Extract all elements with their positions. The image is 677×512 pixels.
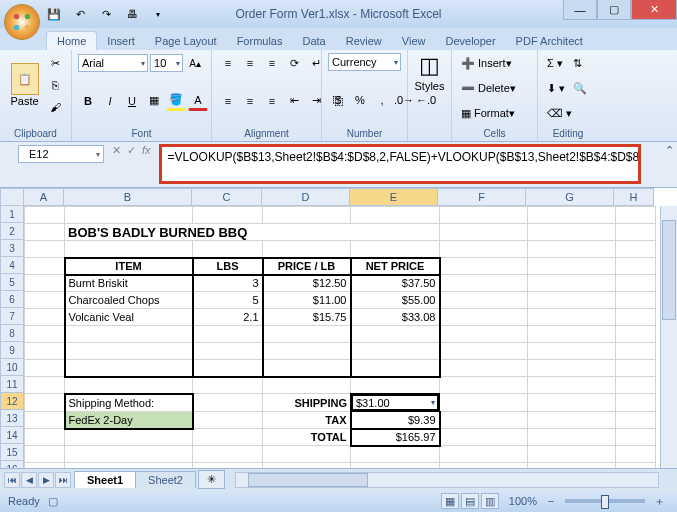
border-icon[interactable]: ▦	[144, 91, 164, 111]
spreadsheet-grid[interactable]: BOB'S BADLY BURNED BBQITEMLBSPRICE / LBN…	[24, 206, 656, 480]
decrease-indent-icon[interactable]: ⇤	[284, 91, 304, 111]
row-header-2[interactable]: 2	[0, 223, 24, 240]
grow-font-icon[interactable]: A▴	[185, 53, 205, 73]
column-header-C[interactable]: C	[192, 188, 262, 206]
format-cells-button[interactable]: ▦Format ▾	[458, 103, 518, 123]
qat-undo-icon[interactable]: ↶	[70, 6, 90, 22]
column-header-A[interactable]: A	[24, 188, 64, 206]
underline-button[interactable]: U	[122, 91, 142, 111]
normal-view-icon[interactable]: ▦	[441, 493, 459, 509]
row-header-4[interactable]: 4	[0, 257, 24, 274]
font-color-icon[interactable]: A	[188, 91, 208, 111]
zoom-slider[interactable]	[565, 499, 645, 503]
ribbon-tab-page-layout[interactable]: Page Layout	[145, 32, 227, 50]
row-header-5[interactable]: 5	[0, 274, 24, 291]
align-top-icon[interactable]: ≡	[218, 53, 238, 73]
insert-cells-button[interactable]: ➕Insert ▾	[458, 53, 515, 73]
row-header-11[interactable]: 11	[0, 376, 24, 393]
qat-redo-icon[interactable]: ↷	[96, 6, 116, 22]
row-header-10[interactable]: 10	[0, 359, 24, 376]
column-header-B[interactable]: B	[64, 188, 192, 206]
office-button[interactable]	[4, 4, 40, 40]
ribbon-tab-review[interactable]: Review	[336, 32, 392, 50]
sheet-tab-sheet1[interactable]: Sheet1	[74, 471, 136, 488]
format-painter-icon[interactable]: 🖌	[45, 97, 65, 117]
column-header-D[interactable]: D	[262, 188, 350, 206]
row-header-9[interactable]: 9	[0, 342, 24, 359]
cut-icon[interactable]: ✂	[45, 53, 65, 73]
align-bottom-icon[interactable]: ≡	[262, 53, 282, 73]
close-button[interactable]: ✕	[631, 0, 677, 20]
qat-print-icon[interactable]: 🖶	[122, 6, 142, 22]
paste-button[interactable]: 📋 Paste	[6, 63, 43, 107]
row-header-7[interactable]: 7	[0, 308, 24, 325]
name-box[interactable]: E12	[18, 145, 104, 163]
comma-icon[interactable]: ,	[372, 90, 392, 110]
column-header-G[interactable]: G	[526, 188, 614, 206]
copy-icon[interactable]: ⎘	[45, 75, 65, 95]
column-header-E[interactable]: E	[350, 188, 438, 206]
cancel-formula-icon[interactable]: ✕	[112, 144, 121, 157]
tab-nav-prev-icon[interactable]: ◀	[21, 472, 37, 488]
align-middle-icon[interactable]: ≡	[240, 53, 260, 73]
fill-color-icon[interactable]: 🪣	[166, 91, 186, 111]
zoom-level[interactable]: 100%	[509, 495, 537, 507]
vertical-scrollbar[interactable]	[660, 206, 677, 482]
orientation-icon[interactable]: ⟳	[284, 53, 304, 73]
font-size-select[interactable]: 10	[150, 54, 183, 72]
macro-record-icon[interactable]: ▢	[48, 495, 58, 508]
align-center-icon[interactable]: ≡	[240, 91, 260, 111]
row-header-6[interactable]: 6	[0, 291, 24, 308]
column-header-F[interactable]: F	[438, 188, 526, 206]
ribbon-tab-data[interactable]: Data	[292, 32, 335, 50]
zoom-in-icon[interactable]: ＋	[649, 491, 669, 511]
formula-bar[interactable]: =VLOOKUP($B$13,Sheet2!$B$4:$D$8,2,FALSE)…	[159, 144, 641, 184]
row-header-1[interactable]: 1	[0, 206, 24, 223]
currency-icon[interactable]: $	[328, 90, 348, 110]
sort-icon[interactable]: ⇅	[568, 53, 588, 73]
zoom-out-icon[interactable]: −	[541, 491, 561, 511]
qat-save-icon[interactable]: 💾	[44, 6, 64, 22]
minimize-button[interactable]: ―	[563, 0, 597, 20]
page-break-view-icon[interactable]: ▥	[481, 493, 499, 509]
row-header-13[interactable]: 13	[0, 410, 24, 427]
styles-button[interactable]: ◫ Styles	[414, 53, 445, 92]
find-icon[interactable]: 🔍	[570, 78, 590, 98]
font-name-select[interactable]: Arial	[78, 54, 148, 72]
row-header-14[interactable]: 14	[0, 427, 24, 444]
row-header-15[interactable]: 15	[0, 444, 24, 461]
clear-icon[interactable]: ⌫ ▾	[544, 103, 575, 123]
sheet-tab-sheet2[interactable]: Sheet2	[135, 471, 196, 488]
fx-icon[interactable]: fx	[142, 144, 151, 157]
tab-nav-next-icon[interactable]: ▶	[38, 472, 54, 488]
autosum-icon[interactable]: Σ ▾	[544, 53, 566, 73]
align-right-icon[interactable]: ≡	[262, 91, 282, 111]
fill-icon[interactable]: ⬇ ▾	[544, 78, 568, 98]
align-left-icon[interactable]: ≡	[218, 91, 238, 111]
ribbon-tab-developer[interactable]: Developer	[435, 32, 505, 50]
ribbon-tab-view[interactable]: View	[392, 32, 436, 50]
row-header-8[interactable]: 8	[0, 325, 24, 342]
ribbon-tab-formulas[interactable]: Formulas	[227, 32, 293, 50]
column-header-H[interactable]: H	[614, 188, 654, 206]
maximize-button[interactable]: ▢	[597, 0, 631, 20]
page-layout-view-icon[interactable]: ▤	[461, 493, 479, 509]
bold-button[interactable]: B	[78, 91, 98, 111]
delete-cells-button[interactable]: ➖Delete ▾	[458, 78, 519, 98]
number-format-select[interactable]: Currency	[328, 53, 401, 71]
ribbon-tab-pdf-architect[interactable]: PDF Architect	[506, 32, 593, 50]
select-all-corner[interactable]	[0, 188, 24, 206]
enter-formula-icon[interactable]: ✓	[127, 144, 136, 157]
row-header-12[interactable]: 12	[0, 393, 24, 410]
ribbon-tab-insert[interactable]: Insert	[97, 32, 145, 50]
tab-nav-first-icon[interactable]: ⏮	[4, 472, 20, 488]
ribbon-tab-home[interactable]: Home	[46, 31, 97, 50]
percent-icon[interactable]: %	[350, 90, 370, 110]
new-sheet-icon[interactable]: ✳	[198, 470, 225, 489]
row-header-3[interactable]: 3	[0, 240, 24, 257]
tab-nav-last-icon[interactable]: ⏭	[55, 472, 71, 488]
horizontal-scrollbar[interactable]	[235, 472, 659, 488]
expand-formula-icon[interactable]: ⌃	[661, 144, 677, 157]
qat-more-icon[interactable]: ▾	[148, 6, 168, 22]
italic-button[interactable]: I	[100, 91, 120, 111]
